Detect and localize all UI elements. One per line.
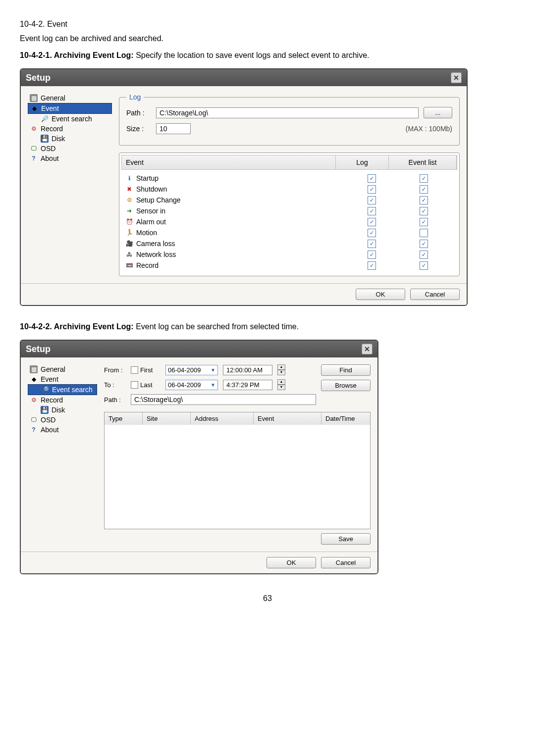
eventlist-checkbox[interactable]: ✓ [420, 196, 428, 204]
sub2-rest: Event log can be searched from selected … [136, 322, 299, 331]
log-group: Log Path : ... Size : (MAX : 100Mb) [119, 93, 460, 146]
close-icon[interactable]: ✕ [362, 344, 373, 354]
page-number: 63 [20, 594, 515, 603]
eventlist-checkbox[interactable]: ✓ [420, 218, 428, 226]
first-label: First [140, 366, 153, 374]
tree-osd-label: OSD [41, 145, 55, 152]
event-pane: Event Log Event list ℹStartup✓✓✖Shutdown… [119, 152, 460, 276]
log-checkbox[interactable]: ✓ [368, 261, 376, 270]
to-date-value: 06-04-2009 [168, 381, 201, 389]
cancel-button[interactable]: Cancel [410, 289, 460, 300]
tree-disk[interactable]: 💾Disk [28, 134, 112, 144]
last-checkbox[interactable]: Last [131, 381, 160, 389]
search-icon: 🔎 [41, 115, 49, 123]
eventlist-checkbox[interactable]: ✓ [420, 261, 428, 270]
setup-dialog-archive: Setup ✕ ▦General ◆Event 🔎Event search ⚙R… [20, 68, 468, 306]
find-button[interactable]: Find [321, 364, 371, 376]
tree-osd[interactable]: 🖵OSD [28, 415, 97, 425]
general-icon: ▦ [30, 365, 38, 373]
log-checkbox[interactable]: ✓ [368, 207, 376, 215]
from-time-spinner[interactable]: ▲▼ [277, 364, 285, 375]
tree-event[interactable]: ◆Event [28, 374, 97, 384]
eventlist-checkbox[interactable]: ✓ [420, 207, 428, 215]
eventlist-checkbox[interactable]: ✓ [420, 251, 428, 259]
eventlist-checkbox[interactable]: ✓ [420, 240, 428, 248]
from-time[interactable]: 12:00:00 AM [223, 365, 272, 375]
setup-dialog-search: Setup ✕ ▦General ◆Event 🔎Event search ⚙R… [20, 340, 378, 574]
tree-osd[interactable]: 🖵OSD [28, 144, 112, 153]
tree-about[interactable]: ?About [28, 425, 97, 435]
tree-event-label: Event [41, 104, 59, 112]
save-button[interactable]: Save [321, 533, 371, 545]
log-checkbox[interactable]: ✓ [368, 196, 376, 204]
tree-record[interactable]: ⚙Record [28, 124, 112, 134]
tree-event[interactable]: ◆Event [28, 103, 112, 114]
from-label: From : [104, 366, 126, 374]
nav-tree: ▦General ◆Event 🔎Event search ⚙Record 💾D… [28, 93, 112, 276]
size-input[interactable] [156, 123, 191, 134]
event-icon: ◆ [30, 104, 38, 112]
tree-event-search-label: Event search [52, 386, 93, 394]
tree-general-label: General [41, 365, 65, 373]
path-input[interactable] [131, 394, 316, 405]
result-table: Type Site Address Event Date/Time [104, 412, 371, 529]
sub2-line: 10-4-2-2. Archiving Event Log: Event log… [20, 321, 515, 333]
eventlist-checkbox[interactable]: ✓ [420, 185, 428, 194]
spin-up-icon: ▲ [277, 364, 285, 370]
eventlist-checkbox[interactable]: ✓ [420, 229, 428, 237]
titlebar: Setup ✕ [21, 341, 377, 357]
event-row-icon: 🖧 [125, 251, 133, 258]
h-event: Event [122, 155, 336, 169]
to-date[interactable]: 06-04-2009▼ [165, 380, 218, 390]
size-label: Size : [126, 125, 151, 133]
browse-button[interactable]: Browse [321, 380, 371, 391]
main-pane: Log Path : ... Size : (MAX : 100Mb) Even… [119, 93, 460, 276]
chevron-down-icon: ▼ [211, 367, 215, 373]
event-row-icon: 📼 [125, 261, 133, 269]
event-row-label: Motion [136, 229, 157, 237]
first-checkbox[interactable]: First [131, 366, 160, 374]
event-row-icon: ➜ [125, 207, 133, 215]
event-row: ⏰Alarm out✓✓ [125, 216, 453, 227]
path-label: Path : [126, 109, 151, 117]
titlebar: Setup ✕ [21, 69, 467, 86]
path-input[interactable] [156, 107, 419, 118]
from-date[interactable]: 06-04-2009▼ [165, 365, 218, 375]
tree-general[interactable]: ▦General [28, 364, 97, 374]
log-checkbox[interactable]: ✓ [368, 251, 376, 259]
eventlist-checkbox[interactable]: ✓ [420, 174, 428, 183]
tree-about[interactable]: ?About [28, 153, 112, 163]
browse-button[interactable]: ... [424, 107, 452, 118]
to-time-spinner[interactable]: ▲▼ [277, 379, 285, 390]
ok-button[interactable]: OK [356, 289, 405, 300]
event-row-label: Shutdown [136, 185, 167, 193]
cancel-button[interactable]: Cancel [321, 557, 371, 568]
event-row: 🎥Camera loss✓✓ [125, 238, 453, 249]
event-row: ➜Sensor in✓✓ [125, 205, 453, 216]
spin-down-icon: ▼ [277, 370, 285, 375]
button-bar: OK Cancel [21, 552, 377, 573]
close-icon[interactable]: ✕ [451, 72, 462, 83]
h-type: Type [105, 412, 143, 425]
dialog-title: Setup [26, 73, 51, 83]
about-icon: ? [30, 426, 38, 434]
log-checkbox[interactable]: ✓ [368, 229, 376, 237]
tree-record[interactable]: ⚙Record [28, 395, 97, 405]
result-header: Type Site Address Event Date/Time [105, 412, 370, 425]
log-checkbox[interactable]: ✓ [368, 218, 376, 226]
tree-record-label: Record [41, 396, 63, 404]
intro-text: Event log can be archived and searched. [20, 33, 515, 45]
tree-event-search[interactable]: 🔎Event search [28, 384, 97, 395]
event-row-label: Alarm out [136, 218, 166, 226]
tree-disk[interactable]: 💾Disk [28, 405, 97, 415]
event-rows: ℹStartup✓✓✖Shutdown✓✓⚙Setup Change✓✓➜Sen… [121, 170, 457, 274]
ok-button[interactable]: OK [267, 557, 316, 568]
tree-general[interactable]: ▦General [28, 93, 112, 103]
search-icon: 🔎 [41, 386, 49, 394]
log-checkbox[interactable]: ✓ [368, 240, 376, 248]
tree-about-label: About [41, 154, 59, 162]
log-checkbox[interactable]: ✓ [368, 185, 376, 194]
tree-event-search[interactable]: 🔎Event search [28, 114, 112, 124]
log-checkbox[interactable]: ✓ [368, 174, 376, 183]
to-time[interactable]: 4:37:29 PM [223, 380, 272, 390]
